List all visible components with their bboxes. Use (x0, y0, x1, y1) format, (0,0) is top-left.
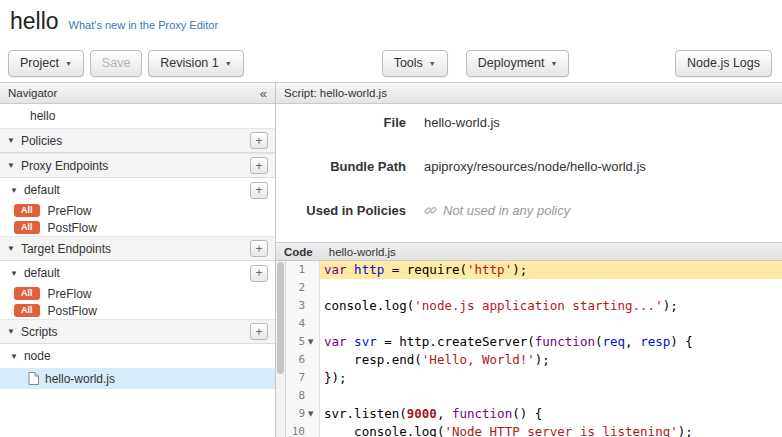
flow-label: PreFlow (48, 287, 92, 301)
save-button[interactable]: Save (90, 50, 143, 77)
section-label: Target Endpoints (21, 242, 111, 256)
line-number: 5▼ (286, 333, 320, 351)
toolbar-left-group: Project ▼ Save Revision 1 ▼ (8, 50, 244, 77)
code-text (320, 387, 782, 405)
used-in-policies-value: Not used in any policy (424, 203, 570, 218)
nav-section-target-endpoints[interactable]: ▼ Target Endpoints + (0, 236, 275, 261)
code-line[interactable]: 3console.log('node.js application starti… (286, 297, 782, 315)
bundle-path-row: Bundle Path apiproxy/resources/node/hell… (276, 154, 782, 178)
toolbar-right-group: Node.js Logs (675, 50, 772, 77)
deployment-menu-button[interactable]: Deployment ▼ (466, 50, 570, 77)
file-icon (28, 372, 39, 385)
revision-menu-button[interactable]: Revision 1 ▼ (148, 50, 243, 77)
section-label: Policies (21, 134, 62, 148)
all-badge: All (14, 287, 40, 301)
nav-group-proxy-default[interactable]: ▼ default + (0, 178, 275, 202)
code-line[interactable]: 8 (286, 387, 782, 405)
all-badge: All (14, 304, 40, 318)
add-proxy-endpoint-button[interactable]: + (250, 157, 268, 174)
fold-arrow-icon[interactable]: ▼ (308, 333, 319, 351)
nav-section-scripts[interactable]: ▼ Scripts + (0, 319, 275, 344)
flow-label: PostFlow (48, 221, 97, 235)
not-used-text: Not used in any policy (443, 203, 570, 218)
add-target-flow-button[interactable]: + (250, 265, 268, 282)
deployment-menu-label: Deployment (478, 56, 545, 70)
add-policy-button[interactable]: + (250, 132, 268, 149)
chevron-down-icon: ▼ (7, 136, 15, 145)
code-line[interactable]: 7}); (286, 369, 782, 387)
code-text: var svr = http.createServer(function(req… (320, 333, 782, 351)
nav-section-proxy-endpoints[interactable]: ▼ Proxy Endpoints + (0, 153, 275, 178)
file-field-value: hello-world.js (424, 115, 500, 130)
nav-item-proxy-postflow[interactable]: All PostFlow (0, 219, 275, 236)
caret-down-icon: ▼ (225, 60, 232, 67)
page-title: hello (10, 8, 59, 35)
nav-item-hello-world-js[interactable]: hello-world.js (0, 368, 275, 389)
line-number: 4 (286, 315, 320, 333)
script-panel-title: Script: hello-world.js (284, 87, 387, 99)
group-label: node (24, 349, 51, 363)
flow-label: PostFlow (48, 304, 97, 318)
add-target-endpoint-button[interactable]: + (250, 240, 268, 257)
caret-down-icon: ▼ (550, 60, 557, 67)
add-proxy-flow-button[interactable]: + (250, 182, 268, 199)
whats-new-link[interactable]: What's new in the Proxy Editor (69, 19, 218, 31)
line-number: 7 (286, 369, 320, 387)
scrollbar-thumb[interactable] (277, 262, 284, 374)
line-number: 6 (286, 351, 320, 369)
code-line[interactable]: 1var http = require('http'); (286, 261, 782, 279)
code-line[interactable]: 9▼svr.listen(9000, function() { (286, 405, 782, 423)
chevron-down-icon: ▼ (10, 352, 18, 361)
script-panel-header: Script: hello-world.js (276, 83, 782, 104)
nav-group-target-default[interactable]: ▼ default + (0, 261, 275, 285)
nav-item-hello[interactable]: hello (0, 104, 275, 128)
section-label: Scripts (21, 325, 58, 339)
code-scrollbar[interactable] (276, 261, 286, 437)
code-line[interactable]: 2 (286, 279, 782, 297)
fold-spacer (308, 423, 319, 437)
nav-item-proxy-preflow[interactable]: All PreFlow (0, 202, 275, 219)
code-text (320, 315, 782, 333)
line-number: 2 (286, 279, 320, 297)
chevron-down-icon: ▼ (7, 244, 15, 253)
fold-arrow-icon[interactable]: ▼ (308, 405, 319, 423)
fold-spacer (308, 297, 319, 315)
fold-spacer (308, 369, 319, 387)
tools-menu-button[interactable]: Tools ▼ (382, 50, 448, 77)
code-line[interactable]: 10 console.log('Node HTTP server is list… (286, 423, 782, 437)
collapse-navigator-button[interactable]: « (260, 86, 267, 101)
chevron-down-icon: ▼ (10, 269, 18, 278)
navigator-title: Navigator (8, 87, 57, 99)
caret-down-icon: ▼ (429, 60, 436, 67)
chevron-down-icon: ▼ (7, 327, 15, 336)
used-in-policies-label: Used in Policies (276, 203, 406, 218)
code-text: console.log('Node HTTP server is listeni… (320, 423, 782, 437)
nav-group-node[interactable]: ▼ node (0, 344, 275, 368)
content-area: Navigator « hello ▼ Policies + ▼ Proxy E… (0, 82, 782, 437)
code-line[interactable]: 4 (286, 315, 782, 333)
fold-spacer (308, 315, 319, 333)
nav-item-target-postflow[interactable]: All PostFlow (0, 302, 275, 319)
nav-section-policies[interactable]: ▼ Policies + (0, 128, 275, 153)
caret-down-icon: ▼ (65, 60, 72, 67)
nav-item-target-preflow[interactable]: All PreFlow (0, 285, 275, 302)
revision-menu-label: Revision 1 (160, 56, 218, 70)
used-in-policies-row: Used in Policies Not used in any policy (276, 198, 782, 222)
code-line[interactable]: 5▼var svr = http.createServer(function(r… (286, 333, 782, 351)
line-number: 1 (286, 261, 320, 279)
code-editor[interactable]: 1var http = require('http');23console.lo… (276, 261, 782, 437)
toolbar: Project ▼ Save Revision 1 ▼ Tools ▼ Depl… (0, 44, 782, 82)
file-row: File hello-world.js (276, 110, 782, 134)
proxy-editor-page: hello What's new in the Proxy Editor Pro… (0, 0, 782, 437)
code-lines[interactable]: 1var http = require('http');23console.lo… (286, 261, 782, 437)
code-text: console.log('node.js application startin… (320, 297, 782, 315)
nodejs-logs-button[interactable]: Node.js Logs (675, 50, 772, 77)
code-line[interactable]: 6 resp.end('Hello, World!'); (286, 351, 782, 369)
add-script-button[interactable]: + (250, 323, 268, 340)
script-details: File hello-world.js Bundle Path apiproxy… (276, 104, 782, 242)
line-number: 8 (286, 387, 320, 405)
nav-item-label: hello (30, 109, 55, 123)
code-section-label: Code (284, 246, 313, 258)
fold-spacer (308, 261, 319, 279)
project-menu-button[interactable]: Project ▼ (8, 50, 84, 77)
